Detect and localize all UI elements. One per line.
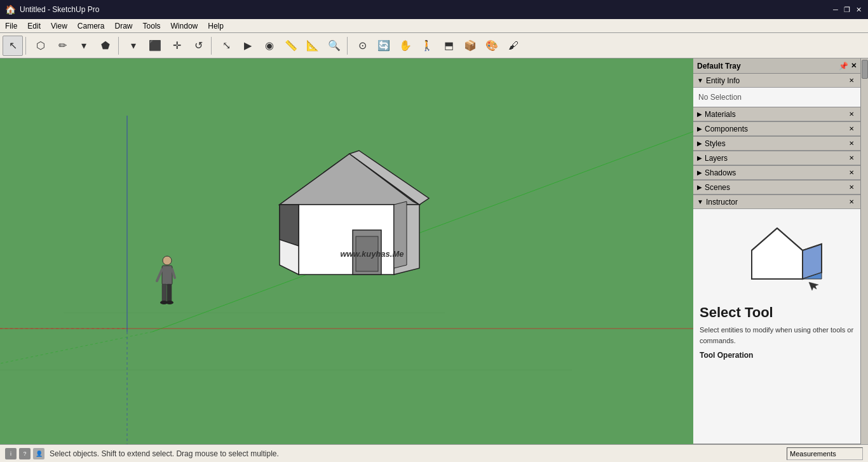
- layers-label: Layers: [705, 154, 728, 163]
- restore-button[interactable]: ❐: [843, 5, 851, 14]
- panel-scrollbar[interactable]: [860, 58, 868, 444]
- entity-info-header[interactable]: ▼ Entity Info ✕: [693, 74, 860, 88]
- toolbar-btn-offset[interactable]: ◉: [259, 36, 280, 56]
- menu-item-draw[interactable]: Draw: [110, 20, 138, 32]
- svg-rect-22: [167, 284, 172, 302]
- components-section: ▶ Components ✕: [693, 122, 860, 137]
- scenes-label: Scenes: [705, 183, 730, 192]
- scenes-close[interactable]: ✕: [846, 182, 857, 193]
- titlebar-controls[interactable]: ─ ❐ ✕: [831, 5, 863, 14]
- toolbar-btn-line-dropdown[interactable]: ▾: [74, 36, 94, 56]
- instructor-header[interactable]: ▼ Instructor ✕: [693, 195, 860, 209]
- toolbar-btn-followme[interactable]: ▶: [238, 36, 258, 56]
- instructor-content: Select Tool Select entities to modify wh…: [693, 209, 860, 444]
- minimize-button[interactable]: ─: [831, 5, 840, 14]
- layers-header[interactable]: ▶ Layers ✕: [693, 151, 860, 165]
- materials-section: ▶ Materials ✕: [693, 107, 860, 122]
- toolbar-btn-shape-dropdown[interactable]: ▾: [123, 36, 144, 56]
- statusbar-icons: i ? 👤: [5, 448, 44, 459]
- layers-close[interactable]: ✕: [846, 153, 857, 163]
- instructor-tool-title: Select Tool: [700, 304, 773, 321]
- shadows-close[interactable]: ✕: [846, 168, 857, 178]
- entity-info-status: No Selection: [698, 93, 742, 102]
- menu-item-help[interactable]: Help: [203, 20, 229, 32]
- materials-header[interactable]: ▶ Materials ✕: [693, 107, 860, 121]
- status-icon-1: i: [5, 448, 17, 459]
- materials-close[interactable]: ✕: [846, 109, 857, 119]
- toolbar-btn-shape[interactable]: ⬟: [95, 36, 116, 56]
- svg-rect-21: [162, 284, 166, 302]
- menu-item-file[interactable]: File: [0, 20, 22, 32]
- styles-arrow: ▶: [697, 140, 702, 147]
- styles-section: ▶ Styles ✕: [693, 137, 860, 151]
- scenes-header[interactable]: ▶ Scenes ✕: [693, 180, 860, 194]
- toolbar-btn-tape[interactable]: 📏: [281, 36, 301, 56]
- toolbar-btn-pushpull[interactable]: ⬛: [145, 36, 165, 56]
- components-header[interactable]: ▶ Components ✕: [693, 122, 860, 136]
- toolbar-btn-orbit[interactable]: 🔄: [374, 36, 394, 56]
- menu-item-tools[interactable]: Tools: [138, 20, 166, 32]
- components-close[interactable]: ✕: [846, 124, 857, 134]
- shadows-label: Shadows: [705, 168, 736, 177]
- svg-marker-27: [752, 228, 803, 279]
- instructor-section: ▼ Instructor ✕: [693, 195, 860, 444]
- menu-item-view[interactable]: View: [46, 20, 72, 32]
- instructor-arrow: ▼: [697, 198, 703, 205]
- toolbar-btn-paint[interactable]: 🎨: [482, 36, 502, 56]
- svg-line-25: [157, 269, 162, 281]
- toolbar-btn-zoom-extents[interactable]: ⊙: [352, 36, 372, 56]
- styles-label: Styles: [705, 139, 726, 148]
- instructor-close[interactable]: ✕: [846, 197, 857, 207]
- main-area: www.kuyhas.Me Default Tray 📌 ✕ ▼ Entity …: [0, 58, 868, 444]
- toolbar-btn-erase[interactable]: ⬡: [31, 36, 51, 56]
- instructor-description: Select entities to modify when using oth…: [700, 325, 854, 346]
- toolbar-btn-line[interactable]: ✏: [52, 36, 72, 56]
- styles-header[interactable]: ▶ Styles ✕: [693, 137, 860, 151]
- titlebar: 🏠 Untitled - SketchUp Pro ─ ❐ ✕: [0, 0, 868, 19]
- entity-info-close[interactable]: ✕: [846, 76, 857, 86]
- toolbar-btn-select[interactable]: ↖: [3, 36, 23, 56]
- entity-info-section: ▼ Entity Info ✕ No Selection: [693, 74, 860, 107]
- viewport[interactable]: www.kuyhas.Me: [0, 58, 693, 444]
- svg-rect-20: [162, 266, 172, 285]
- materials-label: Materials: [705, 110, 736, 119]
- toolbar-btn-protractor[interactable]: 📐: [302, 36, 323, 56]
- person-figure: [156, 255, 178, 313]
- svg-marker-36: [809, 282, 818, 290]
- scrollbar-thumb[interactable]: [862, 60, 868, 79]
- menubar: FileEditViewCameraDrawToolsWindowHelp: [0, 19, 868, 33]
- toolbar-btn-component[interactable]: 📦: [460, 36, 480, 56]
- tray-pin-icon[interactable]: 📌: [839, 62, 848, 71]
- styles-close[interactable]: ✕: [846, 139, 857, 149]
- svg-line-26: [172, 269, 175, 278]
- menu-item-edit[interactable]: Edit: [22, 20, 46, 32]
- toolbar-btn-move[interactable]: ✛: [166, 36, 187, 56]
- toolbar-btn-rotate[interactable]: ↺: [188, 36, 208, 56]
- toolbar-btn-pan[interactable]: ✋: [395, 36, 416, 56]
- instructor-label: Instructor: [706, 198, 738, 207]
- toolbar-btn-walk[interactable]: 🚶: [417, 36, 437, 56]
- entity-info-content: No Selection: [693, 88, 860, 107]
- svg-point-24: [166, 301, 173, 304]
- toolbar-sep-after-14: [347, 37, 349, 55]
- panel-content: Default Tray 📌 ✕ ▼ Entity Info ✕ No Sele…: [693, 58, 860, 444]
- house-model: [267, 147, 432, 294]
- toolbar-btn-section[interactable]: ⬒: [438, 36, 459, 56]
- tray-header-controls[interactable]: 📌 ✕: [839, 62, 857, 71]
- layers-section: ▶ Layers ✕: [693, 151, 860, 166]
- shadows-header[interactable]: ▶ Shadows ✕: [693, 166, 860, 180]
- tray-header: Default Tray 📌 ✕: [693, 58, 860, 74]
- entity-info-label: Entity Info: [706, 76, 740, 85]
- toolbar-btn-texture[interactable]: 🖌: [503, 36, 524, 56]
- toolbar-btn-zoom[interactable]: 🔍: [324, 36, 344, 56]
- toolbar-sep-5: [118, 37, 121, 55]
- close-button[interactable]: ✕: [854, 5, 863, 14]
- tray-close-icon[interactable]: ✕: [851, 62, 857, 71]
- menu-item-camera[interactable]: Camera: [72, 20, 110, 32]
- status-icon-2: ?: [19, 448, 31, 459]
- instructor-operation-title: Tool Operation: [700, 351, 753, 360]
- svg-marker-18: [394, 201, 407, 268]
- toolbar-btn-scale[interactable]: ⤡: [216, 36, 236, 56]
- menu-item-window[interactable]: Window: [166, 20, 203, 32]
- measurements-label: Measurements: [790, 450, 836, 458]
